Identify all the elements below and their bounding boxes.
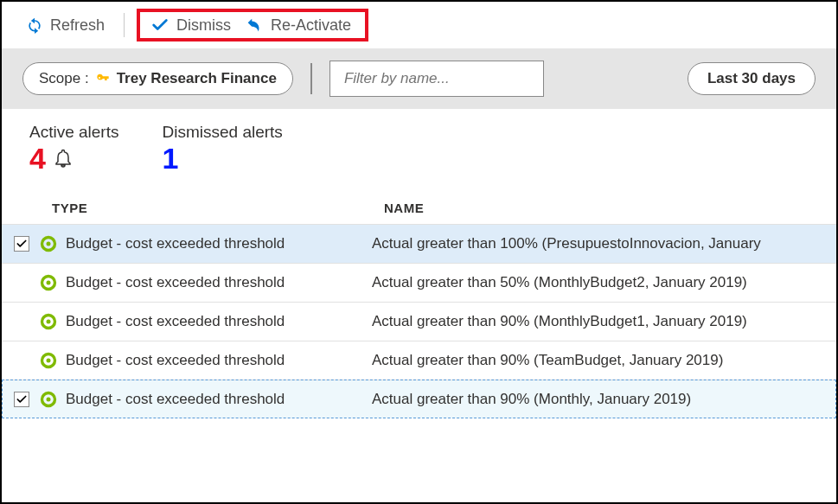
cell-name: Actual greater than 90% (Monthly, Januar…: [372, 391, 836, 408]
annotation-highlight: Dismiss Re-Activate: [137, 9, 368, 41]
checkmark-icon: [150, 16, 170, 35]
row-checkbox[interactable]: [14, 236, 29, 252]
cell-name: Actual greater than 100% (PresupuestoInn…: [372, 235, 836, 252]
dismissed-alerts-block: Dismissed alerts 1: [162, 123, 282, 173]
cell-type-text: Budget - cost exceeded threshold: [66, 235, 285, 252]
toolbar: Refresh Dismiss Re-Activate: [2, 2, 836, 48]
table-row[interactable]: Budget - cost exceeded thresholdActual g…: [2, 302, 836, 341]
filterbar-divider: [310, 63, 312, 94]
cell-type: Budget - cost exceeded threshold: [40, 235, 372, 252]
undo-icon: [245, 16, 264, 35]
cell-type: Budget - cost exceeded threshold: [40, 313, 372, 330]
cell-name: Actual greater than 90% (MonthlyBudget1,…: [372, 313, 836, 330]
dismiss-button[interactable]: Dismiss: [144, 12, 238, 38]
header-type[interactable]: TYPE: [52, 201, 384, 215]
table-row[interactable]: Budget - cost exceeded thresholdActual g…: [2, 380, 836, 418]
svg-point-5: [47, 320, 51, 324]
alert-counts: Active alerts 4 Dismissed alerts 1: [2, 109, 836, 173]
toolbar-divider: [124, 13, 125, 37]
svg-point-1: [47, 242, 51, 246]
dismissed-alerts-label: Dismissed alerts: [162, 123, 282, 142]
cell-type: Budget - cost exceeded threshold: [40, 352, 372, 369]
scope-label: Scope :: [39, 70, 89, 87]
budget-icon: [40, 313, 57, 330]
scope-pill[interactable]: Scope : Trey Research Finance: [22, 62, 293, 95]
alerts-table: TYPE NAME Budget - cost exceeded thresho…: [2, 192, 836, 418]
table-body: Budget - cost exceeded thresholdActual g…: [2, 224, 836, 418]
active-alerts-block: Active alerts 4: [29, 123, 118, 173]
row-checkbox[interactable]: [14, 392, 29, 407]
reactivate-label: Re-Activate: [271, 16, 351, 35]
budget-icon: [40, 352, 57, 369]
active-alerts-label: Active alerts: [29, 123, 118, 142]
dismissed-alerts-count: 1: [162, 144, 178, 173]
filter-input[interactable]: [329, 61, 544, 97]
date-range-pill[interactable]: Last 30 days: [688, 62, 816, 95]
svg-point-3: [47, 281, 51, 285]
cell-type: Budget - cost exceeded threshold: [40, 274, 372, 291]
cell-type-text: Budget - cost exceeded threshold: [66, 352, 285, 369]
table-row[interactable]: Budget - cost exceeded thresholdActual g…: [2, 224, 836, 263]
cell-name: Actual greater than 90% (TeamBudget, Jan…: [372, 352, 836, 369]
svg-point-9: [47, 398, 51, 402]
reactivate-button[interactable]: Re-Activate: [238, 12, 358, 38]
svg-point-7: [47, 359, 51, 363]
refresh-button[interactable]: Refresh: [19, 13, 112, 38]
cell-type: Budget - cost exceeded threshold: [40, 391, 372, 408]
scope-value: Trey Research Finance: [117, 70, 277, 87]
budget-icon: [40, 235, 57, 252]
cell-name: Actual greater than 50% (MonthlyBudget2,…: [372, 274, 836, 291]
cell-type-text: Budget - cost exceeded threshold: [66, 313, 285, 330]
key-icon: [96, 72, 110, 86]
bell-icon: [53, 148, 74, 169]
table-header: TYPE NAME: [2, 192, 836, 224]
table-row[interactable]: Budget - cost exceeded thresholdActual g…: [2, 341, 836, 380]
budget-icon: [40, 274, 57, 291]
dismiss-label: Dismiss: [176, 16, 231, 35]
budget-icon: [40, 391, 57, 408]
table-row[interactable]: Budget - cost exceeded thresholdActual g…: [2, 263, 836, 302]
filter-bar: Scope : Trey Research Finance Last 30 da…: [2, 48, 836, 109]
header-name[interactable]: NAME: [384, 201, 836, 215]
refresh-icon: [26, 16, 43, 34]
active-alerts-count: 4: [29, 144, 46, 173]
cell-type-text: Budget - cost exceeded threshold: [66, 274, 285, 291]
refresh-label: Refresh: [50, 16, 105, 35]
cell-type-text: Budget - cost exceeded threshold: [66, 391, 285, 408]
